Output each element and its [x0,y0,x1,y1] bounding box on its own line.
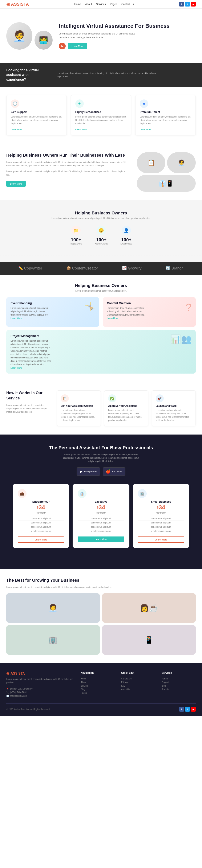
nav-links: Home About Services Pages Contact Us [74,3,134,6]
executive-cta-button[interactable]: Learn More [78,536,124,542]
entrepreneur-cta-button[interactable]: Learn More [18,536,64,543]
footer-nav-link[interactable]: Home [81,677,115,680]
step-3-title: Launch and track [156,404,192,407]
nav-contact[interactable]: Contact Us [121,3,134,6]
executive-icon: 👔 [78,489,86,498]
copyright: © 2023 Assista Template - All Rights Res… [6,708,50,711]
personalized-icon: ✦ [75,99,84,108]
feature-desc-support: Lorem ipsum dolor sit amet, consectetur … [11,115,62,125]
brand-copywriter: ✏️ Copywriter [18,266,42,271]
social-links: f t ▶ [179,2,196,6]
event-link[interactable]: Learn More [10,317,22,319]
content-label: ContentCreator [72,266,98,271]
person-avatar-2: 👩‍💻 [39,36,48,44]
steps-grid: 📋 List Your Assistant Criteria Lorem ips… [57,391,196,426]
footer-nav-title: Navigation [81,672,115,674]
footer-contact: 📍 London Eye, London UK 📞 (+876) 7464 78… [6,688,75,697]
footer-phone: 📞 (+876) 7464 7831 [6,691,75,693]
stat-experience: 👤 100+ Experiences [121,226,132,245]
footer-nav-link[interactable]: Blog [81,688,115,691]
step-card-3: 🚀 Launch and track Lorem ipsum dolor sit… [152,391,196,426]
best-section: The Best for Growing Your Business Lorem… [0,569,202,663]
pricing-card-executive: 👔 Executive $34 /per month consectetur a… [73,484,129,548]
about-learn-more-button[interactable]: Learn More [6,181,26,187]
footer-bottom: © 2023 Assista Template - All Rights Res… [6,704,196,712]
about-image-1: 📋 [137,152,165,173]
projects-label: Project Done [70,243,82,245]
footer-youtube-button[interactable]: ▶ [191,707,196,712]
about-content: Helping Business Owners Run Their Busine… [6,152,128,187]
feature-link-personalized[interactable]: Learn More [75,128,87,131]
nav-home[interactable]: Home [74,3,81,6]
growlify-label: Growlify [128,266,141,271]
feature-item: consectetur adipisunt [138,517,184,521]
small-business-features: consectetur adipisunt consectetur adipis… [138,517,184,533]
feature-desc-talent: Lorem ipsum dolor sit amet, consectetur … [140,115,191,125]
nav-pages[interactable]: Pages [110,3,117,6]
footer-quick-link[interactable]: About Us [121,688,155,691]
logo[interactable]: ◉ ASSISTA [6,2,29,7]
content-link[interactable]: Learn More [107,317,118,319]
facebook-button[interactable]: f [179,2,184,6]
stat-projects: 📁 100+ Project Done [70,226,82,245]
feature-item: ut dolorem ipsum quia [78,529,124,533]
brand-growlify: 📈 Growlify [122,266,141,271]
footer-quick-title: Quick Link [121,672,155,674]
how-works-title: How it Works in Our Service [6,391,49,401]
about-image-2: 🧑‍💼 [167,152,196,173]
entrepreneur-features: consectetur adipisunt consectetur adipis… [18,517,64,533]
footer-nav-link[interactable]: Service [81,684,115,688]
footer-twitter-button[interactable]: t [185,707,190,712]
clients-number: 100+ [95,237,108,243]
step-2-description: Lorem ipsum dolor sit amet, consectetur … [108,409,144,422]
projects-icon: 📁 [71,226,81,235]
footer-service-link[interactable]: Portfolio [162,688,196,691]
feature-link-support[interactable]: Learn More [11,128,22,131]
footer-nav-links: Home About Service Blog Pages [81,677,115,695]
play-button[interactable]: ▶ [59,43,66,50]
about-title: Helping Business Owners Run Their Busine… [6,152,128,158]
footer-quick-link[interactable]: Pricing [121,680,155,684]
nav-about[interactable]: About [85,3,92,6]
footer-logo-icon: ◉ [6,672,9,676]
app-store-label: App Store [112,470,122,473]
feature-item: consectetur adipisunt [78,525,124,529]
small-business-cta-button[interactable]: Learn More [138,536,184,543]
best-image-4: 📱 [102,625,196,655]
twitter-button[interactable]: t [185,2,190,6]
stat-clients: 😊 100+ Happy Clients [95,226,108,245]
phone-icon: 📞 [6,691,9,693]
footer-address: 📍 London Eye, London UK [6,688,75,690]
footer-service-link[interactable]: Blog [162,684,196,688]
feature-title-talent: Premium Talent [140,111,191,114]
pricing-section: 💼 Entrepreneur $34 /per month consectetu… [6,484,196,558]
footer-quick-link[interactable]: FAQ [121,684,155,688]
executive-features: consectetur adipisunt consectetur adipis… [78,517,124,533]
best-title: The Best for Growing Your Business [6,577,196,583]
services-grid: Event Planning Lorem ipsum dolor sit ame… [6,297,196,374]
project-description: Lorem ipsum dolor sit amet, consectetur … [10,339,53,366]
footer-quick-link[interactable]: Contact Us [121,677,155,680]
footer-nav-link[interactable]: About [81,680,115,684]
footer-service-link[interactable]: Support [162,680,196,684]
app-store-button[interactable]: 🍎 App Store [103,467,126,476]
project-link[interactable]: Learn More [10,367,22,369]
footer-socials: f t ▶ [179,707,196,712]
youtube-button[interactable]: ▶ [191,2,196,6]
experience-icon: 👤 [122,226,131,235]
brand-other: 🔄 Brand4 [166,266,183,271]
feature-link-talent[interactable]: Learn More [140,128,151,131]
learn-more-button[interactable]: Learn More [68,43,87,49]
footer-nav-link[interactable]: Pages [81,691,115,695]
footer-facebook-button[interactable]: f [179,707,184,712]
feature-title-personalized: Highly Personalized [75,111,127,114]
talent-icon: ★ [140,99,148,108]
feature-item: consectetur adipisunt [18,517,64,521]
nav-services[interactable]: Services [96,3,106,6]
content-title: Content Creation [107,302,149,305]
google-play-button[interactable]: ▶ Google Play [77,467,100,476]
footer-service-link[interactable]: Partner [162,677,196,680]
how-works-content: How it Works in Our Service Lorem ipsum … [6,391,49,413]
email-icon: ✉️ [6,695,9,697]
feature-title-support: 24/7 Support [11,111,62,114]
